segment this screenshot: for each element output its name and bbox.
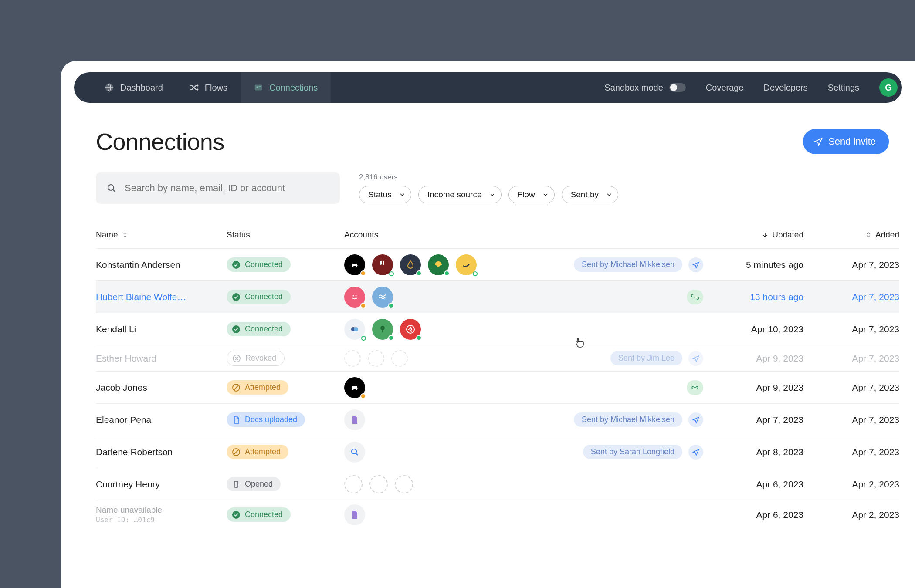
send-icon-button[interactable] (688, 445, 703, 460)
account-icon[interactable] (400, 319, 421, 340)
send-icon-button[interactable] (688, 351, 703, 366)
account-icon[interactable] (372, 319, 393, 340)
sent-by-badge: Sent by Sarah Longfield (583, 445, 682, 459)
nav-flows[interactable]: Flows (176, 72, 241, 103)
cell-updated: 5 minutes ago (703, 260, 803, 270)
controls-row: 2,816 users Status Income source Flow Se… (61, 155, 915, 204)
svg-point-21 (352, 389, 354, 390)
car-icon (349, 382, 360, 393)
app-card: Dashboard Flows Connections Sandbox mode… (61, 61, 915, 588)
link-icon-button[interactable] (687, 380, 703, 395)
filter-chips: Status Income source Flow Sent by (359, 186, 618, 203)
cell-updated: Apr 9, 2023 (703, 353, 803, 364)
account-placeholder-icon (368, 350, 384, 367)
account-icon[interactable] (344, 442, 365, 463)
cell-updated: Apr 9, 2023 (703, 382, 803, 393)
table-header: Name Status Accounts Updated Added (96, 230, 899, 248)
col-status[interactable]: Status (227, 230, 344, 240)
row-actions (687, 290, 703, 304)
account-icon[interactable] (344, 409, 365, 430)
account-icon[interactable] (428, 254, 449, 275)
table-row[interactable]: Name unavailable User ID: …01c9 Connecte… (96, 500, 899, 529)
send-icon (692, 448, 700, 456)
filter-income-source[interactable]: Income source (418, 186, 502, 203)
link-icon (691, 293, 699, 301)
swoosh-icon (461, 260, 471, 270)
svg-rect-3 (259, 86, 261, 87)
cell-status: Attempted (227, 380, 344, 395)
cell-name: Name unavailable User ID: …01c9 (96, 505, 227, 524)
cell-name: Jacob Jones (96, 382, 227, 393)
cell-accounts: Sent by Jim Lee (344, 350, 703, 367)
nav-dashboard[interactable]: Dashboard (92, 72, 176, 103)
send-icon-button[interactable] (688, 257, 703, 272)
cell-status: Connected (227, 257, 344, 272)
link-icon-button[interactable] (687, 290, 703, 304)
cell-accounts (344, 319, 703, 340)
table-row[interactable]: Courtney Henry Opened Apr 6, 2023 Apr 2,… (96, 468, 899, 500)
nav-settings[interactable]: Settings (828, 83, 859, 93)
account-icon[interactable] (344, 287, 365, 308)
account-icon[interactable] (372, 287, 393, 308)
nav-developers[interactable]: Developers (764, 83, 808, 93)
cell-name: Kendall Li (96, 324, 227, 335)
cell-name: Eleanor Pena (96, 415, 227, 425)
file-icon (232, 416, 241, 424)
table-row[interactable]: Darlene Robertson Attempted Sent by Sara… (96, 436, 899, 468)
search-input[interactable] (125, 182, 329, 194)
cell-accounts (344, 377, 703, 398)
send-invite-button[interactable]: Send invite (803, 129, 889, 154)
col-accounts[interactable]: Accounts (344, 230, 703, 240)
cell-updated: Apr 10, 2023 (703, 324, 803, 335)
search-box[interactable] (96, 172, 340, 204)
user-count: 2,816 users (359, 173, 618, 182)
filter-status[interactable]: Status (359, 186, 411, 203)
page-header: Connections Send invite (61, 103, 915, 155)
avatar[interactable]: G (879, 78, 898, 97)
sent-by-badge: Sent by Jim Lee (610, 351, 682, 365)
nav-connections[interactable]: Connections (241, 72, 331, 103)
col-updated[interactable]: Updated (703, 230, 803, 240)
connections-table: Name Status Accounts Updated Added Konst… (96, 230, 899, 529)
table-row[interactable]: Hubert Blaine Wolfe… Connected 13 hours … (96, 280, 899, 313)
account-icon[interactable] (344, 319, 365, 340)
svg-point-24 (352, 449, 356, 454)
table-row[interactable]: Konstantin Andersen Connected Sent by Mi… (96, 248, 899, 280)
cell-added: Apr 7, 2023 (803, 353, 899, 364)
cell-added: Apr 2, 2023 (803, 479, 899, 490)
account-placeholder-icon (344, 475, 363, 493)
account-icon[interactable] (400, 254, 421, 275)
account-icon[interactable] (344, 254, 365, 275)
sent-by-badge: Sent by Michael Mikkelsen (574, 257, 682, 272)
account-icon[interactable] (456, 254, 477, 275)
account-icon[interactable] (344, 504, 365, 525)
cell-updated: Apr 6, 2023 (703, 479, 803, 490)
row-actions: Sent by Michael Mikkelsen (574, 257, 703, 272)
nav-label: Connections (269, 83, 318, 93)
filter-flow[interactable]: Flow (508, 186, 555, 203)
mastercard-icon (349, 324, 360, 335)
table-row[interactable]: Eleanor Pena Docs uploaded Sent by Micha… (96, 403, 899, 436)
svg-rect-1 (255, 85, 262, 91)
doc-icon (349, 415, 360, 425)
status-badge: Revoked (227, 351, 285, 366)
nav-coverage[interactable]: Coverage (706, 83, 744, 93)
cell-accounts: Sent by Sarah Longfield (344, 442, 703, 463)
table-row[interactable]: Esther Howard Revoked Sent by Jim Lee Ap… (96, 345, 899, 371)
table-row[interactable]: Jacob Jones Attempted Apr 9, 2023 Apr 7,… (96, 371, 899, 403)
send-icon-button[interactable] (688, 412, 703, 427)
cell-name: Hubert Blaine Wolfe… (96, 292, 227, 302)
sandbox-label: Sandbox mode (604, 83, 663, 93)
row-actions: Sent by Sarah Longfield (583, 445, 703, 460)
col-added[interactable]: Added (803, 230, 899, 240)
link-icon (691, 384, 699, 392)
search-icon (106, 183, 117, 193)
account-icon[interactable] (344, 377, 365, 398)
account-icon[interactable] (372, 254, 393, 275)
filter-sent-by[interactable]: Sent by (562, 186, 618, 203)
table-row[interactable]: Kendall Li Connected Apr 10, 2023 Apr 7,… (96, 313, 899, 345)
cell-accounts (344, 504, 703, 525)
sandbox-toggle[interactable] (669, 83, 686, 92)
col-name[interactable]: Name (96, 230, 227, 240)
nav-label: Dashboard (120, 83, 163, 93)
